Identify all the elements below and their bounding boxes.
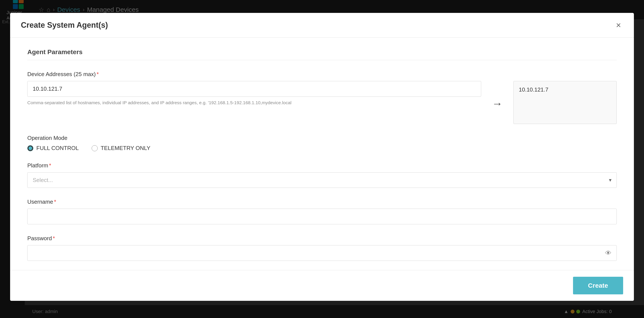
required-star-addresses: * xyxy=(96,71,99,77)
device-addresses-label: Device Addresses (25 max)* xyxy=(27,71,617,78)
platform-label: Platform* xyxy=(27,162,617,169)
modal-body: Agent Parameters Device Addresses (25 ma… xyxy=(10,38,634,270)
radio-full-control[interactable] xyxy=(27,145,33,151)
password-input-wrapper: 👁 xyxy=(27,245,617,261)
username-label: Username* xyxy=(27,199,617,205)
agent-parameters-title: Agent Parameters xyxy=(27,48,617,60)
address-preview-box: 10.10.121.7 xyxy=(514,81,617,124)
device-addresses-input[interactable] xyxy=(27,81,481,97)
password-label: Password* xyxy=(27,235,617,242)
radio-option-full-control[interactable]: FULL CONTROL xyxy=(27,145,79,151)
required-star-username: * xyxy=(54,199,56,205)
eye-icon[interactable]: 👁 xyxy=(605,250,612,257)
radio-full-control-label: FULL CONTROL xyxy=(36,145,79,151)
radio-telemetry-only-label: TELEMETRY ONLY xyxy=(101,145,150,151)
device-addresses-input-container: Comma-separated list of hostnames, indiv… xyxy=(27,81,481,106)
password-input[interactable] xyxy=(27,245,617,261)
username-group: Username* xyxy=(27,199,617,224)
radio-telemetry-only[interactable] xyxy=(92,145,98,151)
platform-select-wrapper: Select... ▾ xyxy=(27,172,617,188)
modal-footer: Create xyxy=(10,270,634,301)
required-star-password: * xyxy=(53,235,55,242)
operation-mode-group: Operation Mode FULL CONTROL TELEMETRY ON… xyxy=(27,135,617,151)
operation-mode-label: Operation Mode xyxy=(27,135,617,141)
add-addresses-button[interactable]: → xyxy=(490,97,505,110)
username-input[interactable] xyxy=(27,209,617,224)
modal-overlay: Create System Agent(s) × Agent Parameter… xyxy=(0,0,644,318)
create-system-agents-modal: Create System Agent(s) × Agent Parameter… xyxy=(10,13,634,301)
create-button[interactable]: Create xyxy=(573,277,623,294)
radio-option-telemetry-only[interactable]: TELEMETRY ONLY xyxy=(92,145,150,151)
modal-header: Create System Agent(s) × xyxy=(10,13,634,38)
modal-close-button[interactable]: × xyxy=(614,21,623,29)
device-addresses-help: Comma-separated list of hostnames, indiv… xyxy=(27,99,481,106)
platform-select[interactable]: Select... xyxy=(27,172,617,188)
device-addresses-group: Device Addresses (25 max)* Comma-separat… xyxy=(27,71,617,124)
password-group: Password* 👁 xyxy=(27,235,617,261)
platform-group: Platform* Select... ▾ xyxy=(27,162,617,188)
radio-options: FULL CONTROL TELEMETRY ONLY xyxy=(27,145,617,151)
required-star-platform: * xyxy=(49,162,51,169)
modal-title: Create System Agent(s) xyxy=(21,21,108,30)
device-addresses-row: Comma-separated list of hostnames, indiv… xyxy=(27,81,617,124)
